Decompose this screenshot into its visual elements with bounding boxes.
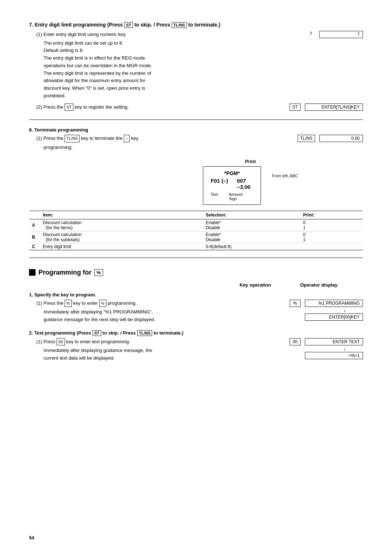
row-b-sel: Enable*Disable xyxy=(203,231,300,243)
section8-display1: 0.00 xyxy=(319,135,363,142)
section7-note6: allowable digit for the maximum entry am… xyxy=(44,77,240,85)
print-section: Print *PGM* F01 (–) 007 –3.00 xyxy=(138,159,363,205)
section8-tlns-key: TL/NS xyxy=(65,135,79,142)
programming-for-section: Programming for % Key operation Operator… xyxy=(29,269,363,362)
section8-step1-cont: programming. xyxy=(44,144,240,151)
th-item-label: Item: xyxy=(40,211,203,219)
section8-o-key: ○ xyxy=(124,135,130,142)
table-row: A Discount calculation(for the items) En… xyxy=(29,219,363,231)
percent-key: % xyxy=(94,269,103,276)
section7-step2-left: (2) Press the ST key to register the set… xyxy=(29,104,240,113)
step1-key2: % xyxy=(99,300,106,307)
step2-text-desc: (1) Press 00 key to enter text programmi… xyxy=(36,338,240,346)
table-row: C Entry digit limit 0-8(default:8) xyxy=(29,243,363,250)
step1-note2: guidance message for the next step will … xyxy=(44,316,240,324)
row-a-letter: A xyxy=(29,219,40,231)
step2-text: 2. Text programming (Press ST to skip. /… xyxy=(29,330,363,362)
step1-specify-right: % %1 PROGRAMMING ↓ ENTER[00]KEY xyxy=(240,300,363,321)
step2-st-key: ST xyxy=(93,330,101,336)
section-8-title: 8. Terminate programming xyxy=(29,127,363,133)
section7-note1: The entry digit limit can be set up to 8… xyxy=(44,40,240,47)
step1-specify-title: 1. Specify the key to program. xyxy=(29,292,363,297)
section7-key2: ST xyxy=(290,104,301,111)
section7-display2: ENTER[TL/NS]KEY xyxy=(305,104,363,111)
section7-note3: The entry digit limit is in effect for t… xyxy=(44,54,240,62)
step1-display-stack: %1 PROGRAMMING ↓ ENTER[00]KEY xyxy=(305,300,363,321)
row-b-letter: B xyxy=(29,231,40,243)
step1-note1: Immediately after displaying "%1 PROGRAM… xyxy=(44,308,240,316)
step1-op-key: % xyxy=(290,300,301,307)
step2-display-stack: ENTER TEXT ↓ =%=1 xyxy=(305,338,363,359)
section7-note8: prohibited. xyxy=(44,92,240,100)
tlns-key-inline: TL/NS xyxy=(172,22,187,28)
print-container: Print *PGM* F01 (–) 007 –3.00 xyxy=(203,159,298,205)
step2-right-inner: 00 ENTER TEXT ↓ =%=1 xyxy=(290,338,363,359)
section7-key1: 7 xyxy=(310,31,312,36)
row-a-print: 01 xyxy=(300,219,363,231)
step2-text-row: (1) Press 00 key to enter text programmi… xyxy=(29,338,363,362)
section-8: 8. Terminate programming (1) Press the T… xyxy=(29,127,363,250)
section7-step2-key: ST xyxy=(65,104,73,111)
section8-step1-desc: (1) Press the TL/NS key to terminate the… xyxy=(36,135,240,142)
section7-step1-right: 7 7 xyxy=(240,31,363,38)
step2-note2: current text data will be displayed. xyxy=(44,355,240,362)
col-headers-inner: Key operation Operator display xyxy=(240,282,363,288)
section8-step1-right: TL/NS 0.00 xyxy=(240,135,363,142)
step2-op-key: 00 xyxy=(290,338,301,345)
step2-display1: ENTER TEXT xyxy=(305,338,363,345)
st-key-inline: ST xyxy=(124,22,133,28)
row-b-print: 01 xyxy=(300,231,363,243)
section7-step2-row: (2) Press the ST key to register the set… xyxy=(29,104,363,113)
step1-specify: 1. Specify the key to program. (1) Press… xyxy=(29,292,363,324)
print-box: *PGM* F01 (–) 007 –3.00 Text Amoun xyxy=(203,166,261,205)
print-sub-labels: Text AmountSign xyxy=(211,192,253,201)
row-a-desc: Discount calculation(for the items) xyxy=(40,219,203,231)
divider-1 xyxy=(29,119,363,120)
step2-text-title: 2. Text programming (Press ST to skip. /… xyxy=(29,330,363,336)
step2-text-left: (1) Press 00 key to enter text programmi… xyxy=(29,338,240,362)
row-c-letter: C xyxy=(29,243,40,250)
table-row: B Discount calculation(for the subtotals… xyxy=(29,231,363,243)
step2-tlns-key: TL/NS xyxy=(137,330,152,336)
section7-note5: The entry digit limit is represented by … xyxy=(44,70,240,77)
print-right-col: 007 –3.00 xyxy=(237,178,251,190)
programming-title: Programming for xyxy=(38,269,91,276)
step1-display2: ENTER[00]KEY xyxy=(305,313,363,321)
step1-display1: %1 PROGRAMMING xyxy=(305,300,363,307)
step1-arrow: ↓ xyxy=(322,308,346,313)
step1-right-inner: % %1 PROGRAMMING ↓ ENTER[00]KEY xyxy=(290,300,363,321)
programming-header: Programming for % xyxy=(29,269,363,276)
divider-2 xyxy=(29,258,363,258)
col-key-op: Key operation xyxy=(240,282,271,288)
step1-specify-row: (1) Press the % key to enter % programmi… xyxy=(29,300,363,324)
section-7-title: 7. Entry digit limit programming (Press … xyxy=(29,22,363,28)
step2-key: 00 xyxy=(57,338,65,346)
section7-display1: 7 xyxy=(319,31,363,38)
section7-step2-desc: (2) Press the ST key to register the set… xyxy=(36,104,240,111)
page-number: 54 xyxy=(29,535,34,540)
section7-step1-row: (1) Enter entry digit limit using numeri… xyxy=(29,31,363,100)
section7-note7: discount key. When "0" is set, open pric… xyxy=(44,85,240,92)
section7-step1-left: (1) Enter entry digit limit using numeri… xyxy=(29,31,240,100)
row-c-range: 0-8(default:8) xyxy=(203,243,363,250)
print-label: Print xyxy=(203,159,298,164)
from-left-label: From left, ABC xyxy=(272,174,298,178)
th-selection: Selection: xyxy=(203,211,300,219)
section7-step2-right: ST ENTER[TL/NS]KEY xyxy=(240,104,363,111)
step1-specify-left: (1) Press the % key to enter % programmi… xyxy=(29,300,240,324)
col-op-disp: Operator display xyxy=(300,282,338,288)
step2-note1: Immediately after displaying guidance me… xyxy=(44,347,240,355)
sign-label: AmountSign xyxy=(229,192,242,201)
step2-display2: =%=1 xyxy=(305,352,363,359)
section8-key1: TL/NS xyxy=(298,135,315,142)
print-pgm: *PGM* xyxy=(211,170,253,176)
section8-step1-row: (1) Press the TL/NS key to terminate the… xyxy=(29,135,363,151)
print-f01: F01 (–) xyxy=(211,178,228,184)
text-label: Text xyxy=(211,192,218,201)
black-square-icon xyxy=(29,269,36,276)
th-print: Print: xyxy=(300,211,363,219)
row-c-desc: Entry digit limit xyxy=(40,243,203,250)
col-headers: Key operation Operator display xyxy=(29,282,363,288)
section-7: 7. Entry digit limit programming (Press … xyxy=(29,22,363,112)
print-content: *PGM* F01 (–) 007 –3.00 Text Amoun xyxy=(203,166,298,205)
